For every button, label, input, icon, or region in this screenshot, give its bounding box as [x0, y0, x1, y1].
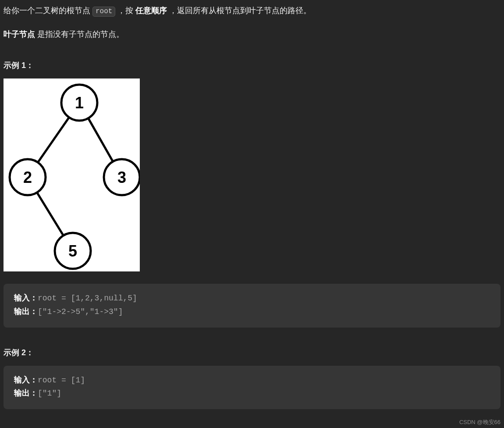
example-1-io: 输入：root = [1,2,3,null,5] 输出：["1->2->5","…: [4, 284, 500, 327]
binary-tree-figure: 1235: [4, 78, 140, 271]
input-value: root = [1,2,3,null,5]: [38, 294, 137, 303]
problem-paragraph-1: 给你一个二叉树的根节点 root ，按 任意顺序 ，返回所有从根节点到叶子节点的…: [4, 4, 500, 18]
output-value: ["1"]: [38, 389, 61, 398]
input-label: 输入：: [14, 375, 38, 384]
strong-leaf-node: 叶子节点: [4, 30, 35, 39]
example-2-heading: 示例 2：: [4, 347, 500, 358]
tree-edge: [38, 118, 69, 163]
example-2-io: 输入：root = [1] 输出：["1"]: [4, 366, 500, 409]
text: ，返回所有从根节点到叶子节点的路径。: [167, 6, 311, 15]
example-1-heading: 示例 1：: [4, 60, 500, 71]
input-line: 输入：root = [1,2,3,null,5]: [14, 292, 490, 305]
problem-paragraph-2: 叶子节点 是指没有子节点的节点。: [4, 28, 500, 41]
output-value: ["1->2->5","1->3"]: [38, 307, 123, 316]
text: ，按: [115, 6, 135, 15]
text: 给你一个二叉树的根节点: [4, 6, 92, 15]
output-line: 输出：["1->2->5","1->3"]: [14, 305, 490, 319]
input-line: 输入：root = [1]: [14, 374, 490, 387]
text: 是指没有子节点的节点。: [35, 30, 124, 39]
tree-node-label: 2: [23, 168, 32, 186]
inline-code-root: root: [92, 7, 115, 17]
tree-node-label: 3: [117, 168, 126, 186]
tree-node-label: 1: [75, 94, 84, 112]
tree-node-label: 5: [68, 242, 77, 260]
output-label: 输出：: [14, 389, 38, 397]
problem-content: 给你一个二叉树的根节点 root ，按 任意顺序 ，返回所有从根节点到叶子节点的…: [0, 0, 504, 420]
output-line: 输出：["1"]: [14, 387, 490, 400]
strong-any-order: 任意顺序: [135, 6, 167, 15]
tree-edge: [37, 193, 63, 235]
input-value: root = [1]: [38, 376, 85, 385]
output-label: 输出：: [14, 307, 38, 316]
input-label: 输入：: [14, 293, 38, 302]
watermark: CSDN @晚安66: [459, 418, 500, 426]
tree-edge: [88, 118, 113, 162]
